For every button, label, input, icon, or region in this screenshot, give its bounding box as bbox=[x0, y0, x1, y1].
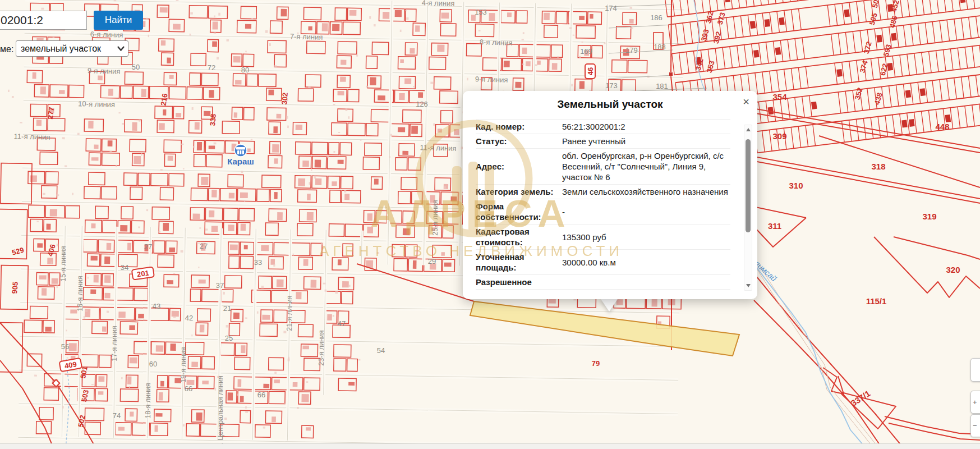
parcel-number-gray: 27 bbox=[200, 242, 208, 250]
parcel-number-red: 448 bbox=[935, 122, 949, 131]
info-row: Разрешенное bbox=[476, 275, 730, 290]
chevron-down-icon bbox=[117, 46, 125, 51]
parcel-number-gray: 21 bbox=[223, 304, 231, 313]
parcel-number-gray: 56 bbox=[61, 342, 69, 351]
street-label: 9-я линия bbox=[475, 75, 508, 84]
street-label: 11-я линия bbox=[14, 132, 50, 141]
parcel-number-gray: 72 bbox=[208, 63, 215, 72]
parcel-number-gray: 54 bbox=[377, 346, 385, 355]
info-label: Уточненная площадь: bbox=[476, 251, 562, 273]
parcel-number-gray: 25 bbox=[225, 334, 233, 342]
info-label: Форма собственности: bbox=[476, 201, 562, 222]
zoom-out-button[interactable]: − bbox=[970, 414, 980, 437]
parcel-number-gray: 60 bbox=[149, 360, 157, 368]
info-row: Кадастровая стоимость:135300 руб bbox=[476, 224, 730, 250]
parcel-number-gray: 153 bbox=[475, 8, 487, 16]
close-icon[interactable]: × bbox=[743, 96, 749, 107]
parcel-number-gray: 186 bbox=[650, 13, 662, 22]
parcel-number-boxed: 46 bbox=[585, 64, 595, 79]
street-label-vertical: 18-я линия bbox=[144, 383, 152, 418]
parcel-number-gray: 173 bbox=[605, 81, 618, 90]
parcel-number-gray: 29 bbox=[428, 257, 436, 265]
scroll-up-icon[interactable] bbox=[746, 128, 751, 131]
parcel-number-red: 216 bbox=[159, 93, 169, 107]
search-button[interactable]: Найти bbox=[94, 11, 143, 30]
parcel-number-gray: 42 bbox=[185, 314, 193, 322]
parcel-number-gray: 47 bbox=[338, 319, 346, 328]
info-row: Форма собственности:- bbox=[476, 199, 730, 224]
street-label-vertical: 25-я линия bbox=[431, 200, 439, 235]
popup-scrollbar[interactable] bbox=[744, 125, 752, 291]
parcel-number-red: 319 bbox=[922, 212, 936, 221]
info-value: 135300 руб bbox=[562, 232, 730, 242]
parcel-number-gray: 179 bbox=[625, 46, 638, 54]
parcel-number-gray: 174 bbox=[605, 4, 617, 12]
info-value: 56:21:3002001:2 bbox=[562, 121, 730, 132]
info-label: Категория земель: bbox=[476, 186, 562, 197]
street-label: 11-я линия bbox=[420, 143, 457, 153]
street-label-vertical: 21-я линия bbox=[286, 295, 293, 331]
info-label: Адрес: bbox=[476, 161, 562, 172]
map-control-button[interactable] bbox=[970, 358, 980, 382]
parcel-number-gray: 126 bbox=[416, 100, 428, 108]
street-label-vertical: 17-я линия bbox=[111, 326, 118, 361]
street-label-vertical: 23-я линия bbox=[318, 330, 325, 365]
parcel-number-red: 115/1 bbox=[866, 296, 887, 306]
parcel-number-gray: 66 bbox=[257, 391, 265, 399]
parcel-info-popup: Земельный участок × Кад. номер:56:21:300… bbox=[463, 91, 757, 299]
info-row: Статус:Ранее учтенный bbox=[476, 134, 730, 149]
parcel-number-gray: 27 bbox=[144, 242, 152, 251]
street-label: 8-я линия bbox=[480, 38, 513, 47]
street-label: 10-я линия bbox=[78, 99, 115, 109]
parcel-number-gray: 80 bbox=[241, 66, 249, 74]
info-value: обл. Оренбургская, р-н Оренбургский, с/с… bbox=[562, 150, 730, 182]
parcel-number-gray: 181 bbox=[656, 82, 668, 90]
parcel-number-boxed: 201 bbox=[132, 267, 154, 280]
parcel-number-red: 79 bbox=[592, 359, 600, 368]
info-label: Разрешенное bbox=[476, 277, 562, 287]
info-value: Земли сельскохозяйственного назначения bbox=[562, 186, 730, 197]
parcel-number-gray: 169 bbox=[580, 47, 592, 56]
parcel-number-gray: 74 bbox=[113, 411, 121, 420]
place-label: Караш bbox=[227, 157, 254, 166]
info-label: Кад. номер: bbox=[476, 121, 562, 132]
parcel-number-red: 310 bbox=[789, 181, 803, 190]
street-label: 7-я линия bbox=[290, 32, 323, 42]
horizontal-scrollbar[interactable] bbox=[0, 443, 980, 449]
parcel-number-gray: 33 bbox=[254, 258, 262, 267]
street-label-vertical: 15-я линия bbox=[59, 246, 67, 281]
parcel-number-red: 320 bbox=[946, 265, 960, 274]
parcel-number-red: 354 bbox=[772, 92, 787, 102]
popup-title: Земельный участок bbox=[463, 98, 757, 111]
info-row: Уточненная площадь:30000.00 кв.м bbox=[476, 250, 730, 275]
parcel-number-gray: 66 bbox=[185, 384, 192, 393]
parcel-number-red: 905 bbox=[10, 281, 20, 294]
parcel-number-red: 338 bbox=[208, 113, 218, 126]
svg-text:46: 46 bbox=[586, 67, 595, 75]
info-value: Ранее учтенный bbox=[562, 136, 730, 146]
info-row: Категория земель:Земли сельскохозяйствен… bbox=[476, 185, 730, 199]
scroll-down-icon[interactable] bbox=[746, 284, 751, 287]
object-type-label: ме: bbox=[0, 44, 13, 54]
popup-pointer bbox=[600, 297, 619, 311]
street-label: 4-я линия bbox=[422, 0, 455, 8]
street-label-vertical: ул. Центральная линия bbox=[217, 375, 224, 449]
street-label: 6-я линия bbox=[90, 30, 123, 39]
info-row: Адрес:обл. Оренбургская, р-н Оренбургски… bbox=[476, 149, 730, 185]
info-value: - bbox=[562, 207, 730, 217]
zoom-in-button[interactable]: + bbox=[970, 391, 980, 414]
object-type-value: земельный участок bbox=[21, 44, 101, 54]
parcel-number-gray: 43 bbox=[153, 302, 160, 310]
parcel-number-red: 309 bbox=[772, 131, 786, 141]
popup-rows: Кад. номер:56:21:3002001:2Статус:Ранее у… bbox=[476, 119, 730, 290]
search-input[interactable] bbox=[0, 11, 87, 30]
parcel-number-gray: 37 bbox=[216, 281, 224, 290]
place-marker[interactable] bbox=[234, 144, 247, 157]
object-type-select[interactable]: земельный участок bbox=[16, 40, 128, 57]
street-label: 9-я линия bbox=[88, 66, 121, 76]
parcel-number-gray: 50 bbox=[132, 63, 140, 71]
street-label-vertical: 19-я линия bbox=[180, 347, 187, 382]
info-label: Статус: bbox=[476, 136, 562, 146]
parcel-number-red: 311 bbox=[768, 221, 781, 231]
scrollbar-thumb[interactable] bbox=[746, 139, 751, 232]
